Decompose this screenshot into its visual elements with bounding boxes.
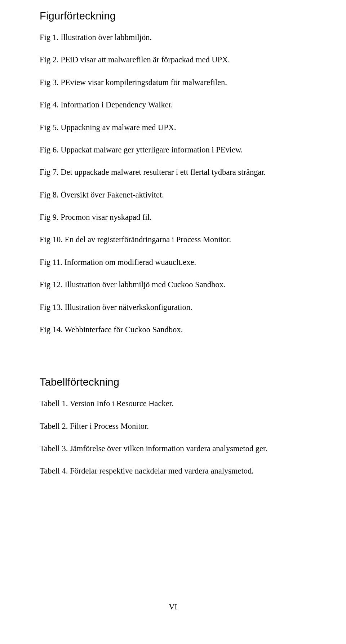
figure-entry: Fig 4. Information i Dependency Walker. xyxy=(40,99,306,110)
figure-entry: Fig 5. Uppackning av malware med UPX. xyxy=(40,122,306,133)
figure-entry: Fig 6. Uppackat malware ger ytterligare … xyxy=(40,145,306,155)
figure-entry: Fig 3. PEview visar kompileringsdatum fö… xyxy=(40,77,306,88)
figure-entry: Fig 11. Information om modifierad wuaucl… xyxy=(40,257,306,268)
figure-entry: Fig 9. Procmon visar nyskapad fil. xyxy=(40,212,306,223)
figure-entry: Fig 8. Översikt över Fakenet-aktivitet. xyxy=(40,190,306,200)
table-entry: Tabell 2. Filter i Process Monitor. xyxy=(40,421,306,432)
table-entry: Tabell 1. Version Info i Resource Hacker… xyxy=(40,398,306,409)
figure-entry: Fig 10. En del av registerförändringarna… xyxy=(40,234,306,245)
figure-entry: Fig 2. PEiD visar att malwarefilen är fö… xyxy=(40,54,306,65)
tables-heading: Tabellförteckning xyxy=(40,376,306,388)
document-page: Figurförteckning Fig 1. Illustration öve… xyxy=(0,0,346,644)
figures-heading: Figurförteckning xyxy=(40,10,306,22)
figure-entry: Fig 13. Illustration över nätverkskonfig… xyxy=(40,302,306,313)
figure-entry: Fig 1. Illustration över labbmiljön. xyxy=(40,32,306,43)
section-gap xyxy=(40,347,306,376)
table-entry: Tabell 3. Jämförelse över vilken informa… xyxy=(40,443,306,454)
figure-entry: Fig 12. Illustration över labbmiljö med … xyxy=(40,279,306,290)
page-number: VI xyxy=(0,602,346,612)
figure-entry: Fig 14. Webbinterface för Cuckoo Sandbox… xyxy=(40,324,306,335)
table-entry: Tabell 4. Fördelar respektive nackdelar … xyxy=(40,466,306,476)
figure-entry: Fig 7. Det uppackade malwaret resulterar… xyxy=(40,167,306,178)
